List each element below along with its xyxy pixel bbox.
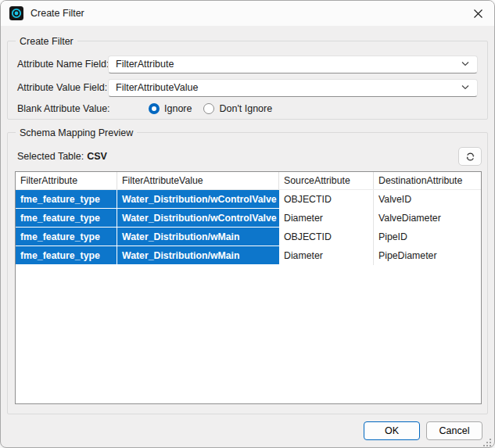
- table-header-row: FilterAttribute FilterAttributeValue Sou…: [16, 172, 481, 190]
- refresh-button[interactable]: [458, 147, 482, 166]
- table-cell[interactable]: fme_feature_type: [16, 190, 117, 209]
- column-header-filterattributevalue[interactable]: FilterAttributeValue: [117, 172, 279, 189]
- radio-option-dont-ignore[interactable]: Don't Ignore: [203, 103, 272, 114]
- table-empty-area: [16, 265, 481, 403]
- close-icon: [473, 9, 483, 19]
- table-row: fme_feature_type Water_Distribution/wCon…: [16, 209, 481, 228]
- selected-table-value: CSV: [87, 151, 107, 162]
- column-header-destinationattribute[interactable]: DestinationAttribute: [374, 172, 481, 189]
- selected-table-row: Selected Table: CSV: [17, 147, 482, 166]
- column-header-filterattribute[interactable]: FilterAttribute: [16, 172, 117, 189]
- attribute-name-field-select[interactable]: FilterAttribute: [108, 56, 478, 73]
- table-cell[interactable]: ValveID: [374, 190, 481, 209]
- attribute-value-field-label: Attribute Value Field:: [17, 82, 108, 93]
- blank-attribute-value-row: Blank Attribute Value: Ignore Don't Igno…: [17, 102, 478, 115]
- table-cell[interactable]: Diameter: [279, 209, 374, 228]
- attribute-value-field-value: FilterAttributeValue: [116, 82, 198, 93]
- blank-attribute-value-label: Blank Attribute Value:: [17, 103, 149, 114]
- table-cell[interactable]: OBJECTID: [279, 190, 374, 209]
- create-filter-dialog: Create Filter Create Filter Attribute Na…: [0, 0, 495, 448]
- radio-option-ignore[interactable]: Ignore: [149, 103, 192, 114]
- schema-mapping-preview-group: Schema Mapping Preview Selected Table: C…: [7, 132, 488, 414]
- chevron-down-icon: [461, 84, 470, 91]
- resize-grip[interactable]: [483, 436, 492, 445]
- radio-ignore-label: Ignore: [164, 103, 192, 114]
- table-cell[interactable]: Water_Distribution/wControlValve: [117, 209, 279, 228]
- table-row: fme_feature_type Water_Distribution/wMai…: [16, 246, 481, 265]
- window-title: Create Filter: [30, 8, 84, 19]
- attribute-name-field-row: Attribute Name Field: FilterAttribute: [17, 55, 478, 73]
- table-cell[interactable]: fme_feature_type: [16, 228, 117, 246]
- create-filter-group-title: Create Filter: [16, 35, 77, 48]
- dialog-body: Create Filter Attribute Name Field: Filt…: [1, 41, 494, 448]
- create-filter-group: Create Filter Attribute Name Field: Filt…: [7, 41, 488, 120]
- table-cell[interactable]: Diameter: [279, 246, 374, 265]
- table-cell[interactable]: PipeID: [374, 228, 481, 246]
- ok-button[interactable]: OK: [364, 421, 420, 440]
- table-cell[interactable]: Water_Distribution/wMain: [117, 246, 279, 265]
- selected-table-label: Selected Table:: [17, 151, 84, 162]
- table-cell[interactable]: ValveDiameter: [374, 209, 481, 228]
- attribute-value-field-select[interactable]: FilterAttributeValue: [108, 79, 478, 97]
- attribute-name-field-label: Attribute Name Field:: [17, 59, 108, 70]
- refresh-icon: [465, 151, 476, 163]
- table-cell[interactable]: fme_feature_type: [16, 209, 117, 228]
- cancel-button[interactable]: Cancel: [426, 421, 482, 440]
- close-button[interactable]: [461, 1, 494, 26]
- table-row: fme_feature_type Water_Distribution/wCon…: [16, 190, 481, 209]
- radio-unselected-icon: [203, 103, 214, 114]
- chevron-down-icon: [461, 61, 470, 67]
- table-row: fme_feature_type Water_Distribution/wMai…: [16, 228, 481, 246]
- titlebar: Create Filter: [1, 1, 494, 26]
- radio-selected-icon: [149, 103, 160, 114]
- table-cell[interactable]: Water_Distribution/wControlValve: [117, 190, 279, 209]
- schema-mapping-table: FilterAttribute FilterAttributeValue Sou…: [15, 171, 482, 404]
- fme-transformer-icon: [9, 6, 23, 20]
- table-cell[interactable]: PipeDiameter: [374, 246, 481, 265]
- radio-dont-ignore-label: Don't Ignore: [219, 103, 272, 114]
- schema-mapping-preview-title: Schema Mapping Preview: [16, 127, 137, 139]
- table-cell[interactable]: Water_Distribution/wMain: [117, 228, 279, 246]
- dialog-footer: OK Cancel: [7, 421, 488, 440]
- table-cell[interactable]: fme_feature_type: [16, 246, 117, 265]
- table-cell[interactable]: OBJECTID: [279, 228, 374, 246]
- column-header-sourceattribute[interactable]: SourceAttribute: [279, 172, 374, 189]
- attribute-value-field-row: Attribute Value Field: FilterAttributeVa…: [17, 78, 478, 97]
- attribute-name-field-value: FilterAttribute: [116, 59, 174, 70]
